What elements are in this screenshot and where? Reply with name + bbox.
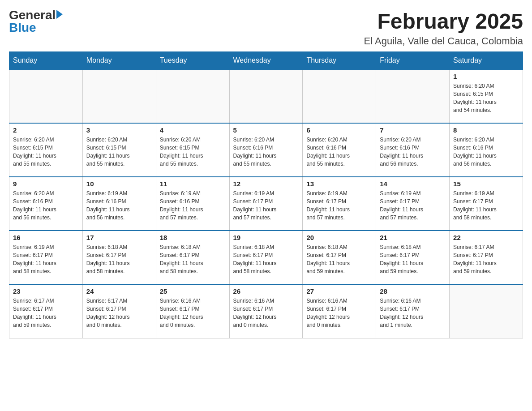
calendar-cell: 7Sunrise: 6:20 AM Sunset: 6:16 PM Daylig…	[376, 123, 450, 177]
day-info: Sunrise: 6:17 AM Sunset: 6:17 PM Dayligh…	[13, 297, 79, 329]
logo-arrow-icon	[56, 10, 63, 19]
day-info: Sunrise: 6:20 AM Sunset: 6:16 PM Dayligh…	[380, 136, 446, 168]
calendar-cell: 15Sunrise: 6:19 AM Sunset: 6:17 PM Dayli…	[450, 177, 523, 231]
calendar-table: SundayMondayTuesdayWednesdayThursdayFrid…	[9, 51, 523, 338]
day-number: 16	[13, 234, 79, 241]
calendar-cell: 25Sunrise: 6:16 AM Sunset: 6:17 PM Dayli…	[156, 284, 229, 338]
day-info: Sunrise: 6:17 AM Sunset: 6:17 PM Dayligh…	[453, 243, 519, 275]
calendar-cell: 13Sunrise: 6:19 AM Sunset: 6:17 PM Dayli…	[303, 177, 376, 231]
day-number: 13	[306, 180, 372, 188]
calendar-cell	[376, 69, 450, 123]
logo-blue-text: Blue	[9, 21, 36, 34]
day-number: 28	[380, 287, 446, 295]
calendar-cell	[9, 69, 83, 123]
week-row-2: 2Sunrise: 6:20 AM Sunset: 6:15 PM Daylig…	[9, 123, 523, 177]
day-info: Sunrise: 6:18 AM Sunset: 6:17 PM Dayligh…	[380, 243, 446, 275]
calendar-cell: 24Sunrise: 6:17 AM Sunset: 6:17 PM Dayli…	[82, 284, 156, 338]
calendar-cell: 17Sunrise: 6:18 AM Sunset: 6:17 PM Dayli…	[82, 231, 156, 284]
day-number: 10	[86, 180, 152, 188]
day-info: Sunrise: 6:20 AM Sunset: 6:16 PM Dayligh…	[306, 136, 372, 168]
day-number: 2	[13, 126, 79, 134]
day-of-week-wednesday: Wednesday	[229, 52, 303, 70]
day-info: Sunrise: 6:20 AM Sunset: 6:16 PM Dayligh…	[453, 136, 519, 168]
day-number: 15	[453, 180, 519, 188]
day-of-week-monday: Monday	[82, 52, 156, 70]
month-title: February 2025	[364, 9, 523, 34]
day-info: Sunrise: 6:16 AM Sunset: 6:17 PM Dayligh…	[233, 297, 299, 329]
day-number: 27	[306, 287, 372, 295]
day-number: 7	[380, 126, 446, 134]
day-info: Sunrise: 6:18 AM Sunset: 6:17 PM Dayligh…	[86, 243, 152, 275]
day-number: 3	[86, 126, 152, 134]
calendar-cell: 19Sunrise: 6:18 AM Sunset: 6:17 PM Dayli…	[229, 231, 303, 284]
day-info: Sunrise: 6:19 AM Sunset: 6:17 PM Dayligh…	[13, 243, 79, 275]
page-header: General Blue February 2025 El Aguila, Va…	[9, 9, 523, 47]
day-info: Sunrise: 6:20 AM Sunset: 6:15 PM Dayligh…	[13, 136, 79, 168]
day-of-week-sunday: Sunday	[9, 52, 83, 70]
day-number: 19	[233, 234, 299, 241]
calendar-cell: 22Sunrise: 6:17 AM Sunset: 6:17 PM Dayli…	[450, 231, 523, 284]
calendar-cell: 11Sunrise: 6:19 AM Sunset: 6:16 PM Dayli…	[156, 177, 229, 231]
day-info: Sunrise: 6:19 AM Sunset: 6:17 PM Dayligh…	[233, 189, 299, 222]
day-info: Sunrise: 6:19 AM Sunset: 6:16 PM Dayligh…	[160, 189, 226, 222]
day-number: 11	[160, 180, 226, 188]
week-row-3: 9Sunrise: 6:20 AM Sunset: 6:16 PM Daylig…	[9, 177, 523, 231]
calendar-cell	[303, 69, 376, 123]
calendar-cell: 21Sunrise: 6:18 AM Sunset: 6:17 PM Dayli…	[376, 231, 450, 284]
day-number: 1	[453, 73, 519, 80]
day-info: Sunrise: 6:17 AM Sunset: 6:17 PM Dayligh…	[86, 297, 152, 329]
day-info: Sunrise: 6:19 AM Sunset: 6:17 PM Dayligh…	[306, 189, 372, 222]
calendar-cell: 16Sunrise: 6:19 AM Sunset: 6:17 PM Dayli…	[9, 231, 83, 284]
day-of-week-friday: Friday	[376, 52, 450, 70]
calendar-cell	[229, 69, 303, 123]
day-info: Sunrise: 6:20 AM Sunset: 6:16 PM Dayligh…	[233, 136, 299, 168]
calendar-cell: 26Sunrise: 6:16 AM Sunset: 6:17 PM Dayli…	[229, 284, 303, 338]
calendar-cell: 9Sunrise: 6:20 AM Sunset: 6:16 PM Daylig…	[9, 177, 83, 231]
day-info: Sunrise: 6:18 AM Sunset: 6:17 PM Dayligh…	[306, 243, 372, 275]
day-of-week-saturday: Saturday	[450, 52, 523, 70]
week-row-5: 23Sunrise: 6:17 AM Sunset: 6:17 PM Dayli…	[9, 284, 523, 338]
day-number: 23	[13, 287, 79, 295]
day-info: Sunrise: 6:20 AM Sunset: 6:15 PM Dayligh…	[160, 136, 226, 168]
calendar-cell: 20Sunrise: 6:18 AM Sunset: 6:17 PM Dayli…	[303, 231, 376, 284]
calendar-cell: 6Sunrise: 6:20 AM Sunset: 6:16 PM Daylig…	[303, 123, 376, 177]
day-number: 5	[233, 126, 299, 134]
week-row-4: 16Sunrise: 6:19 AM Sunset: 6:17 PM Dayli…	[9, 231, 523, 284]
day-info: Sunrise: 6:16 AM Sunset: 6:17 PM Dayligh…	[160, 297, 226, 329]
calendar-cell: 1Sunrise: 6:20 AM Sunset: 6:15 PM Daylig…	[450, 69, 523, 123]
calendar-cell: 4Sunrise: 6:20 AM Sunset: 6:15 PM Daylig…	[156, 123, 229, 177]
week-row-1: 1Sunrise: 6:20 AM Sunset: 6:15 PM Daylig…	[9, 69, 523, 123]
calendar-cell: 2Sunrise: 6:20 AM Sunset: 6:15 PM Daylig…	[9, 123, 83, 177]
day-info: Sunrise: 6:19 AM Sunset: 6:17 PM Dayligh…	[380, 189, 446, 222]
day-info: Sunrise: 6:19 AM Sunset: 6:17 PM Dayligh…	[453, 189, 519, 222]
day-info: Sunrise: 6:20 AM Sunset: 6:16 PM Dayligh…	[13, 189, 79, 222]
day-number: 9	[13, 180, 79, 188]
calendar-cell: 10Sunrise: 6:19 AM Sunset: 6:16 PM Dayli…	[82, 177, 156, 231]
logo-general-text: General	[9, 9, 56, 21]
day-info: Sunrise: 6:18 AM Sunset: 6:17 PM Dayligh…	[233, 243, 299, 275]
calendar-cell: 3Sunrise: 6:20 AM Sunset: 6:15 PM Daylig…	[82, 123, 156, 177]
day-number: 20	[306, 234, 372, 241]
calendar-header-row: SundayMondayTuesdayWednesdayThursdayFrid…	[9, 52, 523, 70]
day-number: 26	[233, 287, 299, 295]
calendar-cell: 12Sunrise: 6:19 AM Sunset: 6:17 PM Dayli…	[229, 177, 303, 231]
day-info: Sunrise: 6:20 AM Sunset: 6:15 PM Dayligh…	[86, 136, 152, 168]
day-info: Sunrise: 6:18 AM Sunset: 6:17 PM Dayligh…	[160, 243, 226, 275]
day-number: 6	[306, 126, 372, 134]
calendar-cell	[82, 69, 156, 123]
day-number: 24	[86, 287, 152, 295]
day-number: 4	[160, 126, 226, 134]
calendar-cell: 27Sunrise: 6:16 AM Sunset: 6:17 PM Dayli…	[303, 284, 376, 338]
calendar-cell: 5Sunrise: 6:20 AM Sunset: 6:16 PM Daylig…	[229, 123, 303, 177]
day-number: 21	[380, 234, 446, 241]
calendar-cell: 8Sunrise: 6:20 AM Sunset: 6:16 PM Daylig…	[450, 123, 523, 177]
calendar-cell	[156, 69, 229, 123]
day-info: Sunrise: 6:16 AM Sunset: 6:17 PM Dayligh…	[380, 297, 446, 329]
calendar-cell: 28Sunrise: 6:16 AM Sunset: 6:17 PM Dayli…	[376, 284, 450, 338]
day-number: 18	[160, 234, 226, 241]
calendar-cell: 23Sunrise: 6:17 AM Sunset: 6:17 PM Dayli…	[9, 284, 83, 338]
calendar-cell	[450, 284, 523, 338]
day-info: Sunrise: 6:16 AM Sunset: 6:17 PM Dayligh…	[306, 297, 372, 329]
day-number: 12	[233, 180, 299, 188]
day-number: 8	[453, 126, 519, 134]
